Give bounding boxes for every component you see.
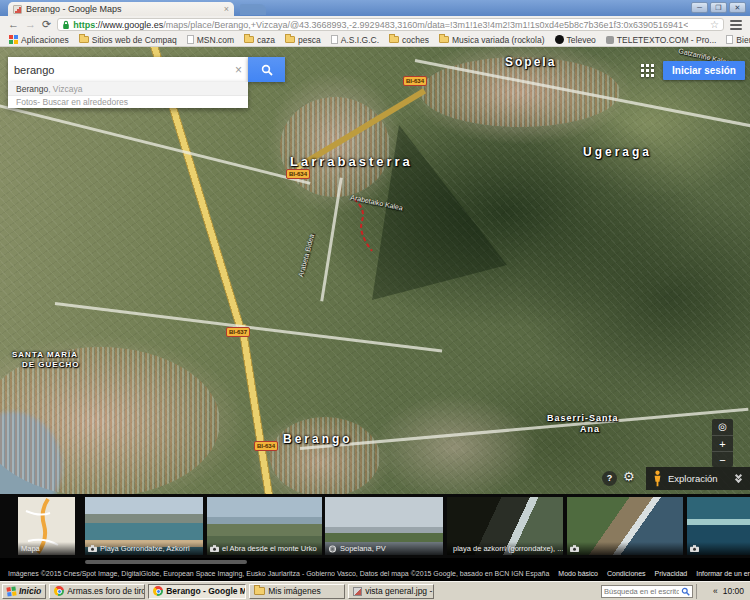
help-button[interactable]: ? [602,471,617,486]
map-canvas[interactable]: Sopela Larrabasterra Ugeraga SANTA MARÍA… [0,47,750,494]
strip-scrollbar[interactable] [85,560,247,564]
place-label-santa-maria: SANTA MARÍA [12,350,78,359]
bookmark-item[interactable]: Televeo [552,35,599,45]
browser-toolbar: ← → ⟳ https://www.google.es/maps/place/B… [0,16,750,33]
settings-gear-icon[interactable]: ⚙ [623,469,635,484]
url-path: /maps/place/Berango,+Vizcaya/@43.3668993… [163,20,688,30]
chrome-icon [54,586,64,596]
chrome-icon [153,586,163,596]
map-thumbnail[interactable]: Mapa [18,497,75,555]
place-label-sopela: Sopela [505,55,556,69]
zoom-in-button[interactable]: + [712,435,733,451]
road-shield: BI-634 [286,169,310,179]
photo-thumbnail[interactable] [687,497,750,555]
report-error-link[interactable]: Informar de un error [696,570,750,577]
window-controls: ─ ❐ ✕ [691,2,746,13]
map-search-box: × [8,57,248,82]
photo-strip: Mapa Playa Gorrondatxe, Azkorri el Abra … [0,494,750,558]
explore-bar: Exploración [646,467,750,490]
collapse-chevrons-icon[interactable] [736,474,743,483]
minimize-button[interactable]: ─ [691,2,708,13]
windows-taskbar: Inicio Armas.es foro de tiro, ca... Bera… [0,581,750,600]
start-button[interactable]: Inicio [2,584,46,599]
new-tab-button[interactable] [240,4,266,15]
url-scheme: https [73,20,95,30]
bookmark-item[interactable]: TELETEXTO.COM - Pro... [603,35,720,45]
folder-icon [389,36,399,43]
map-search-input[interactable] [14,64,231,76]
site-icon [555,35,564,44]
browser-tab[interactable]: Berango - Google Maps × [8,2,234,16]
taskbar-button-mis-imagenes[interactable]: Mis imágenes [249,584,345,599]
page-icon [726,35,733,44]
terms-link[interactable]: Condiciones [607,570,646,577]
camera-icon [570,545,579,552]
paint-icon [353,587,362,596]
photo-thumbnail[interactable]: playa de azkorri (gorrondatxe), ... [447,497,563,555]
bookmark-item[interactable]: MSN.com [184,35,237,45]
my-location-icon[interactable]: ◎ [712,419,733,435]
bookmark-item[interactable]: pesca [282,35,324,45]
map-attribution-bar: Imágenes ©2015 Cnes/Spot Image, DigitalG… [0,566,750,581]
bookmark-aplicaciones[interactable]: Aplicaciones [6,35,72,45]
bookmark-item[interactable]: caza [241,35,278,45]
tab-close-icon[interactable]: × [224,5,229,14]
basic-mode-link[interactable]: Modo básico [558,570,598,577]
bookmark-item[interactable]: A.S.I.G.C. [328,35,382,45]
bookmark-item[interactable]: Bienvenido-a al servici... [723,35,750,45]
pegman-icon[interactable] [653,470,662,487]
photo-thumbnail[interactable] [567,497,683,555]
taskbar-button-berango[interactable]: Berango - Google Ma... [148,584,246,599]
folder-icon [254,587,265,595]
page-icon [331,35,338,44]
streetview-thumbnail[interactable]: Sopelana, PV [325,497,443,555]
taskbar-button-armas[interactable]: Armas.es foro de tiro, ca... [49,584,145,599]
forward-icon[interactable]: → [25,19,36,30]
signin-button[interactable]: Iniciar sesión [663,61,745,80]
bookmark-item[interactable]: coches [386,35,432,45]
photo-thumbnail[interactable]: Playa Gorrondatxe, Azkorri [85,497,203,555]
tray-expand-icon[interactable]: « [713,586,718,596]
search-suggestions: Berango, Vizcaya Fotos - Buscar en alred… [8,82,248,108]
road-shield: BI-637 [226,327,250,337]
place-label-berango: Berango [283,432,353,446]
bookmark-item[interactable]: Musica variada (rockola) [436,35,548,45]
place-label-ana: Ana [580,424,600,434]
camera-icon [210,545,219,552]
back-icon[interactable]: ← [8,19,19,30]
place-label-de-guecho: DE GUECHO [22,360,79,369]
padlock-icon [62,20,70,30]
folder-icon [285,36,295,43]
zoom-out-button[interactable]: − [712,451,733,467]
clear-search-icon[interactable]: × [235,63,242,77]
desktop-search-box [601,585,693,598]
privacy-link[interactable]: Privacidad [655,570,688,577]
bookmark-star-icon[interactable]: ☆ [710,19,719,30]
close-button[interactable]: ✕ [729,2,746,13]
tab-favicon [13,5,22,14]
reload-icon[interactable]: ⟳ [42,19,51,30]
map-zoom-controls: ◎ + − [712,419,733,467]
url-bar[interactable]: https://www.google.es/maps/place/Berango… [57,18,724,31]
bookmark-item[interactable]: Sitios web de Compaq [76,35,180,45]
folder-icon [439,36,449,43]
suggestion-berango[interactable]: Berango, Vizcaya [8,82,248,95]
search-button[interactable] [248,57,285,82]
desktop-search-input[interactable] [604,587,679,596]
suggestion-fotos[interactable]: Fotos - Buscar en alrededores [8,95,248,108]
chrome-menu-icon[interactable] [730,20,742,30]
taskbar-button-paint[interactable]: vista general.jpg - Paint [348,584,434,599]
place-label-ugeraga: Ugeraga [583,145,652,159]
restore-button[interactable]: ❐ [710,2,727,13]
tab-title: Berango - Google Maps [26,4,122,14]
road-shield: BI-634 [254,441,278,451]
bookmarks-bar: Aplicaciones Sitios web de Compaq MSN.co… [0,33,750,47]
google-apps-grid-icon[interactable] [641,64,654,77]
imagery-credits: Imágenes ©2015 Cnes/Spot Image, DigitalG… [8,570,549,577]
photo-thumbnail[interactable]: el Abra desde el monte Urko [207,497,322,555]
desktop-search-icon[interactable] [681,587,690,596]
explore-label[interactable]: Exploración [668,473,718,484]
site-icon [606,36,614,44]
url-host: ://www.google.es [95,20,163,30]
tray-clock[interactable]: 10:00 [723,586,744,596]
